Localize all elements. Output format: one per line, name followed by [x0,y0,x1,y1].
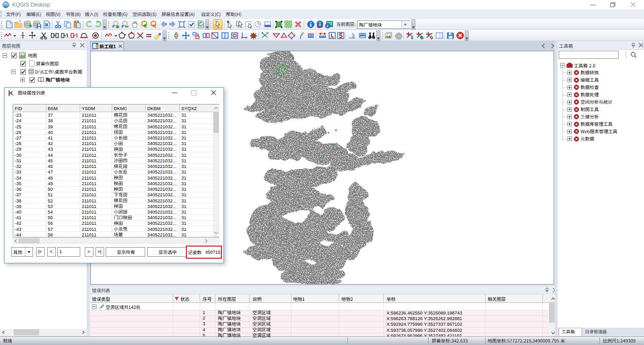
svg-text:?: ? [352,33,355,38]
